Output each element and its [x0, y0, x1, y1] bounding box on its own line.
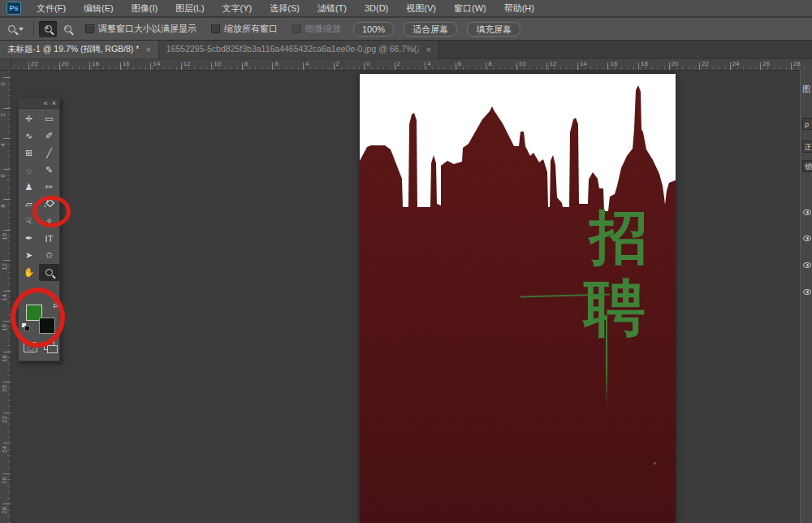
- brush-tool[interactable]: ✎: [39, 162, 59, 179]
- ruler-label: 20: [1, 385, 8, 392]
- paint-bucket-tool[interactable]: [39, 196, 59, 213]
- ruler-label: 16: [123, 60, 130, 67]
- close-tab-icon[interactable]: ×: [145, 45, 150, 54]
- zoom-in-button[interactable]: +: [39, 21, 57, 37]
- ruler-tick: [334, 63, 335, 70]
- zoom-tool-preset-dropdown[interactable]: [0, 25, 28, 32]
- smudge-tool[interactable]: ☟: [19, 213, 39, 230]
- menu-item[interactable]: 3D(D): [356, 0, 397, 17]
- collapse-panel-icon[interactable]: ‹‹: [44, 99, 47, 107]
- zoom-tool[interactable]: [39, 264, 59, 281]
- layer-visibility-eye-icon[interactable]: [803, 210, 811, 215]
- ruler-tick: [242, 63, 243, 70]
- close-tab-icon[interactable]: ×: [425, 45, 430, 54]
- document-tab[interactable]: 16552295-5cbd825f3b3a116a4465432ca6a1ee0…: [159, 41, 439, 58]
- menu-item[interactable]: 文件(F): [28, 0, 75, 17]
- zoom-out-button[interactable]: −: [58, 21, 76, 37]
- menu-item[interactable]: 滤镜(T): [309, 0, 356, 17]
- options-button[interactable]: 100%: [353, 22, 394, 37]
- tools-panel: ‹‹ × ✛▭∿✐⊞╱◌✎♟✏▱☟✧✒IT➤✩✋ ⇄: [18, 97, 60, 361]
- ruler-tick: [669, 63, 670, 70]
- crop-tool[interactable]: ⊞: [19, 145, 39, 162]
- default-colors-icon[interactable]: [21, 322, 31, 332]
- ruler-tick: [3, 443, 11, 443]
- menu-item[interactable]: 窗口(W): [445, 0, 495, 17]
- close-panel-icon[interactable]: ×: [52, 99, 56, 107]
- ruler-label: 14: [153, 60, 160, 67]
- ruler-tick: [3, 77, 11, 78]
- ruler-tick: [3, 108, 11, 109]
- canvas[interactable]: 招 聘: [360, 74, 676, 523]
- ruler-tick: [3, 138, 11, 139]
- menu-item[interactable]: 编辑(E): [75, 0, 123, 17]
- options-button[interactable]: 适合屏幕: [404, 22, 457, 37]
- dodge-tool[interactable]: ✧: [39, 213, 59, 230]
- background-color-swatch[interactable]: [39, 318, 55, 334]
- ruler-label: 6: [274, 60, 278, 67]
- eraser-tool[interactable]: ▱: [19, 196, 39, 213]
- quick-mask-mode-button[interactable]: [24, 342, 37, 352]
- photoshop-logo-icon: Ps: [6, 2, 21, 15]
- crop-tool-icon: ⊞: [25, 148, 32, 158]
- color-swatches: ⇄: [19, 300, 61, 342]
- ruler-tick: [425, 63, 425, 70]
- ruler-tick: [456, 63, 456, 70]
- quick-selection-tool[interactable]: ✐: [39, 128, 59, 145]
- ruler-tick: [89, 63, 90, 70]
- shape-tool-icon: ✩: [45, 250, 53, 261]
- layers-panel-partial-text: 正: [802, 140, 812, 153]
- swap-colors-icon[interactable]: ⇄: [53, 301, 59, 309]
- pen-tool-icon: ✒: [25, 233, 32, 244]
- ruler-label: 10: [1, 233, 8, 240]
- screen-mode-button[interactable]: [44, 342, 54, 350]
- hand-tool[interactable]: ✋: [19, 264, 39, 281]
- type-tool[interactable]: IT: [39, 230, 59, 247]
- ruler-label: 0: [0, 82, 6, 85]
- healing-brush-tool[interactable]: ◌: [19, 162, 39, 179]
- ruler-tick: [546, 63, 547, 70]
- option-checkbox[interactable]: 调整窗口大小以满屏显示: [85, 23, 197, 35]
- options-button[interactable]: 填充屏幕: [467, 22, 520, 37]
- menu-item[interactable]: 帮助(H): [495, 0, 543, 17]
- ruler-tick: [272, 63, 273, 70]
- ruler-label: 26: [1, 477, 8, 484]
- ruler-label: 18: [1, 355, 8, 362]
- path-selection-tool[interactable]: ➤: [19, 247, 39, 264]
- ruler-label: 16: [1, 324, 8, 331]
- ruler-tick: [3, 260, 11, 261]
- lasso-tool[interactable]: ∿: [19, 128, 39, 145]
- ruler-label: 2: [0, 113, 6, 116]
- clone-stamp-tool[interactable]: ♟: [19, 179, 39, 196]
- ruler-label: 14: [1, 294, 8, 301]
- menu-item[interactable]: 选择(S): [261, 0, 309, 17]
- type-tool-icon: IT: [45, 234, 54, 244]
- menu-item[interactable]: 文字(Y): [214, 0, 261, 17]
- ruler-corner: [0, 59, 11, 71]
- ruler-label: 4: [305, 60, 309, 67]
- move-tool[interactable]: ✛: [19, 110, 39, 128]
- ruler-tick: [638, 63, 639, 70]
- marquee-tool[interactable]: ▭: [39, 110, 59, 128]
- shape-tool[interactable]: ✩: [39, 247, 59, 264]
- menu-item[interactable]: 图层(L): [166, 0, 213, 17]
- pen-tool[interactable]: ✒: [19, 230, 39, 247]
- ruler-tick: [364, 63, 365, 70]
- ruler-label: 22: [1, 416, 8, 423]
- ruler-label: 10: [519, 60, 526, 67]
- layer-visibility-eye-icon[interactable]: [803, 289, 811, 295]
- clone-stamp-tool-icon: ♟: [25, 182, 33, 192]
- document-tab-title: 未标题-1 @ 19.7% (招聘, RGB/8) *: [7, 44, 139, 55]
- option-checkbox[interactable]: 缩放所有窗口: [211, 23, 278, 35]
- layer-visibility-eye-icon[interactable]: [803, 262, 811, 268]
- menu-bar: Ps 文件(F)编辑(E)图像(I)图层(L)文字(Y)选择(S)滤镜(T)3D…: [0, 0, 812, 17]
- history-brush-tool[interactable]: ✏: [39, 179, 59, 196]
- path-selection-tool-icon: ➤: [25, 250, 32, 261]
- vertical-ruler: 0246810121416182022242628: [0, 71, 11, 523]
- menu-item[interactable]: 图像(I): [123, 0, 166, 17]
- menu-item[interactable]: 视图(V): [397, 0, 445, 17]
- document-tab[interactable]: 未标题-1 @ 19.7% (招聘, RGB/8) *×: [0, 41, 159, 58]
- eyedropper-tool[interactable]: ╱: [39, 145, 59, 162]
- zoom-tool-icon: [45, 269, 53, 276]
- layer-visibility-eye-icon[interactable]: [803, 236, 811, 241]
- ruler-label: 6: [0, 174, 6, 177]
